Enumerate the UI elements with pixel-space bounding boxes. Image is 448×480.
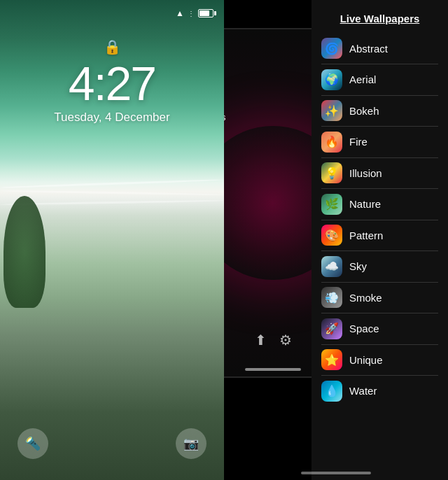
lock-bottom-controls: 🔦 📷 [0,428,224,459]
category-item-pattern[interactable]: 🎨Pattern [312,220,448,250]
category-item-nature[interactable]: 🌿Nature [312,189,448,220]
home-bar [301,472,371,474]
aerial-icon: 🌍 [321,69,342,90]
battery-icon [198,9,214,17]
abstract-label: Abstract [349,43,388,55]
camera-icon: 📷 [183,436,199,451]
illusion-label: Illusion [349,167,382,179]
category-item-water[interactable]: 💧Water [312,376,448,407]
camera-button[interactable]: 📷 [176,428,206,459]
unique-icon: ⭐ [321,349,342,370]
bokeh-label: Bokeh [349,105,379,117]
tree-cluster [4,196,46,308]
category-item-bokeh[interactable]: ✨Bokeh [312,95,448,126]
category-item-unique[interactable]: ⭐Unique [312,344,448,375]
fire-icon: 🔥 [321,132,342,153]
pattern-icon: 🎨 [321,225,342,246]
wallpaper-list-title: Live Wallpapers [312,0,448,33]
nature-icon: 🌿 [321,194,342,215]
pattern-label: Pattern [349,230,383,241]
fire-label: Fire [349,136,368,148]
category-item-fire[interactable]: 🔥Fire [312,127,448,157]
unique-label: Unique [349,354,383,366]
smoke-label: Smoke [349,292,382,304]
category-item-abstract[interactable]: 🌀Abstract [312,33,448,64]
flashlight-button[interactable]: 🔦 [18,428,48,459]
illusion-icon: 💡 [321,162,342,183]
wallpaper-list: Live Wallpapers 🌀Abstract🌍Aerial✨Bokeh🔥F… [312,0,448,480]
category-item-space[interactable]: 🚀Space [312,313,448,344]
category-item-aerial[interactable]: 🌍Aerial [312,64,448,95]
wifi-dots: ⋮ [188,10,195,17]
preview-home-bar [245,368,301,371]
right-panel: 0 Tues L ⬆ ⚙ Live Wallpapers 🌀Abstract🌍A… [224,0,448,480]
category-item-smoke[interactable]: 💨Smoke [312,282,448,313]
preview-bottom-icons: ⬆ ⚙ [255,332,292,348]
lock-screen: ▲ ⋮ 🔒 4:27 Tuesday, 4 December 🔦 📷 [0,0,224,480]
preview-date: Tues [224,112,225,122]
lock-date: Tuesday, 4 December [54,111,169,125]
aerial-label: Aerial [349,73,376,85]
category-item-illusion[interactable]: 💡Illusion [312,157,448,188]
status-bar: ▲ ⋮ [176,8,214,18]
wifi-icon: ▲ [176,8,184,18]
sky-icon: ☁️ [321,256,342,277]
bokeh-icon: ✨ [321,100,342,121]
category-item-sky[interactable]: ☁️Sky [312,251,448,282]
nature-label: Nature [349,198,381,210]
flashlight-icon: 🔦 [25,436,41,451]
space-icon: 🚀 [321,318,342,339]
lock-icon: 🔒 [104,38,121,55]
smoke-icon: 💨 [321,287,342,308]
space-label: Space [349,323,379,334]
preview-settings-icon: ⚙ [279,332,292,348]
water-icon: 💧 [321,381,342,402]
sky-label: Sky [349,260,367,272]
lock-time: 4:27 [69,56,155,111]
abstract-icon: 🌀 [321,38,342,59]
water-label: Water [349,385,377,397]
preview-share-icon: ⬆ [255,332,267,348]
